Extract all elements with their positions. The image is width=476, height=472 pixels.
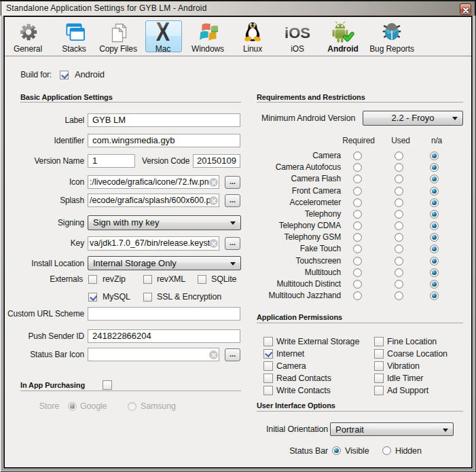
svg-text:X: X <box>156 20 170 45</box>
svg-text:iOS: iOS <box>285 24 310 41</box>
